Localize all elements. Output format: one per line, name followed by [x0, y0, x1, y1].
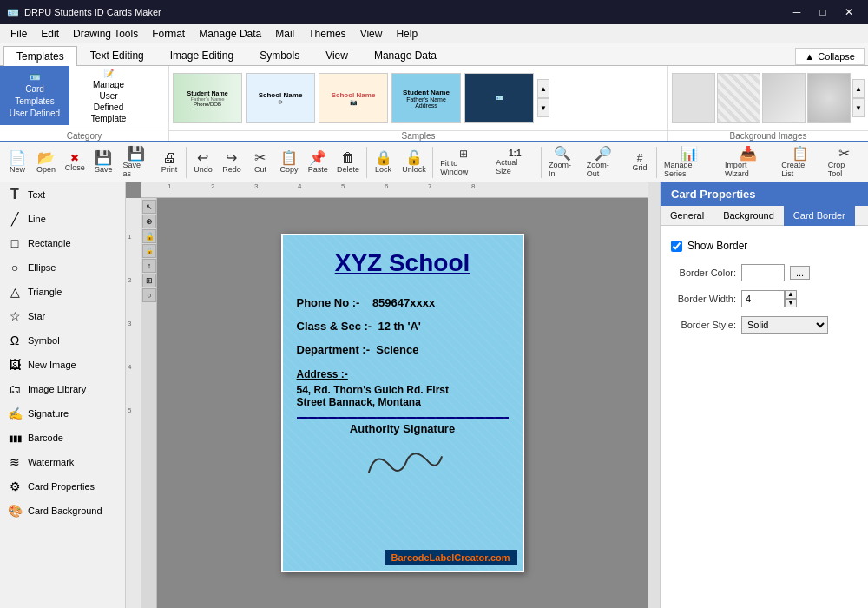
border-width-down[interactable]: ▼ [785, 299, 797, 307]
left-item-new-image[interactable]: 🖼 New Image [0, 353, 125, 377]
cv-tool-7[interactable]: ○ [142, 288, 156, 302]
left-item-line[interactable]: ╱ Line [0, 207, 125, 231]
border-color-browse[interactable]: ... [790, 266, 810, 280]
lock-button[interactable]: 🔒Lock [370, 145, 398, 180]
menu-file[interactable]: File [3, 26, 34, 42]
tab-manage-data[interactable]: Manage Data [361, 45, 450, 65]
bg-thumb-2[interactable] [717, 73, 760, 123]
menu-view[interactable]: View [353, 26, 390, 42]
tab-view[interactable]: View [312, 45, 361, 65]
menu-help[interactable]: Help [389, 26, 424, 42]
close-button[interactable]: ✕ [837, 3, 861, 21]
symbol-icon: Ω [7, 333, 23, 348]
open-button[interactable]: 📂Open [32, 145, 60, 180]
tab-symbols[interactable]: Symbols [247, 45, 312, 65]
create-list-button[interactable]: 📋Create List [777, 145, 822, 180]
text-label: Text [28, 189, 45, 200]
menu-themes[interactable]: Themes [301, 26, 352, 42]
card-templates-button[interactable]: 🪪 Card TemplatesUser Defined [0, 66, 69, 125]
left-item-card-properties[interactable]: ⚙ Card Properties [0, 474, 125, 499]
new-image-icon: 🖼 [7, 357, 23, 373]
cv-tool-5[interactable]: ↕ [142, 259, 156, 273]
collapse-button[interactable]: ▲ Collapse [795, 48, 865, 65]
grid-button[interactable]: #Grid [626, 145, 654, 180]
show-border-checkbox[interactable] [671, 241, 682, 252]
tab-general[interactable]: General [661, 206, 713, 225]
close-doc-button[interactable]: ✖Close [61, 145, 89, 180]
new-image-label: New Image [28, 360, 76, 370]
sample-thumb-1[interactable]: Student Name Father's Name Phone/DOB [173, 73, 242, 123]
border-style-select[interactable]: Solid Dashed Dotted Double [741, 316, 828, 334]
cv-tool-zoom[interactable]: ⊕ [142, 215, 156, 228]
left-item-triangle[interactable]: △ Triangle [0, 280, 125, 304]
bg-thumb-1[interactable] [672, 73, 715, 123]
bg-scroll-up[interactable]: ▲ [852, 79, 865, 98]
left-item-card-background[interactable]: 🎨 Card Background [0, 499, 125, 523]
left-item-watermark[interactable]: ≋ Watermark [0, 450, 125, 474]
redo-button[interactable]: ↪Redo [218, 145, 246, 180]
card-background-icon: 🎨 [7, 503, 23, 519]
import-wizard-button[interactable]: 📥Import Wizard [720, 145, 776, 180]
left-item-text[interactable]: T Text [0, 182, 125, 207]
tab-background[interactable]: Background [713, 206, 784, 225]
print-button[interactable]: 🖨Print [155, 145, 183, 180]
menu-drawing[interactable]: Drawing Tools [66, 26, 145, 42]
border-width-input[interactable] [741, 290, 785, 307]
samples-scroll: ▲ ▼ [537, 79, 549, 117]
left-item-image-library[interactable]: 🗂 Image Library [0, 377, 125, 401]
title-bar: 🪪 DRPU Students ID Cards Maker ─ □ ✕ [0, 0, 868, 24]
save-as-button[interactable]: 💾Save as [118, 145, 155, 180]
fit-window-button[interactable]: ⊞Fit to Window [436, 145, 490, 180]
sample-thumb-5[interactable]: 🪪 [464, 73, 534, 123]
save-button[interactable]: 💾Save [89, 145, 117, 180]
zoom-in-button[interactable]: 🔍Zoom-In [544, 145, 582, 180]
cv-tool-select[interactable]: ↖ [142, 200, 156, 214]
cut-button[interactable]: ✂Cut [247, 145, 274, 180]
menu-edit[interactable]: Edit [34, 26, 66, 42]
manage-series-button[interactable]: 📊Manage Series [660, 145, 720, 180]
bg-scroll-down[interactable]: ▼ [852, 98, 865, 117]
tab-card-border[interactable]: Card Border [784, 206, 855, 226]
cv-tool-6[interactable]: ⊞ [142, 274, 156, 287]
border-width-label: Border Width: [671, 294, 736, 304]
maximize-button[interactable]: □ [811, 3, 835, 21]
left-item-star[interactable]: ☆ Star [0, 304, 125, 328]
paste-button[interactable]: 📌Paste [304, 145, 332, 180]
tab-templates[interactable]: Templates [3, 46, 77, 66]
menu-manage-data[interactable]: Manage Data [192, 26, 268, 42]
left-item-symbol[interactable]: Ω Symbol [0, 328, 125, 353]
copy-button[interactable]: 📋Copy [275, 145, 303, 180]
manage-template-button[interactable]: 📝 ManageUserDefinedTemplate [69, 66, 148, 125]
menu-mail[interactable]: Mail [268, 26, 301, 42]
zoom-out-button[interactable]: 🔎Zoom-Out [582, 145, 625, 180]
panel-content: Show Border Border Color: ... Border Wid… [661, 226, 868, 344]
vertical-scrollbar[interactable] [648, 182, 660, 608]
sample-thumb-2[interactable]: School Name ❄ [246, 73, 315, 123]
left-item-signature[interactable]: ✍ Signature [0, 401, 125, 426]
app-title: 🪪 DRPU Students ID Cards Maker [7, 7, 161, 18]
samples-scroll-up[interactable]: ▲ [537, 79, 549, 98]
cv-tool-lock2[interactable]: 🔓 [142, 244, 156, 258]
cv-tool-lock[interactable]: 🔒 [142, 229, 156, 243]
bg-thumb-3[interactable] [762, 73, 806, 123]
left-item-barcode[interactable]: ▮▮▮ Barcode [0, 426, 125, 450]
bg-thumb-4[interactable] [807, 73, 851, 123]
border-width-up[interactable]: ▲ [785, 290, 797, 299]
minimize-button[interactable]: ─ [785, 3, 809, 21]
samples-scroll-down[interactable]: ▼ [537, 98, 549, 117]
delete-button[interactable]: 🗑Delete [332, 145, 363, 180]
new-button[interactable]: 📄New [3, 145, 31, 180]
actual-size-button[interactable]: 1:1Actual Size [491, 145, 538, 180]
tab-text-editing[interactable]: Text Editing [77, 45, 157, 65]
sample-thumb-4[interactable]: Student Name Father's Name Address [391, 73, 461, 123]
border-color-swatch[interactable] [741, 264, 785, 281]
menu-format[interactable]: Format [145, 26, 192, 42]
crop-tool-button[interactable]: ✂Crop Tool [824, 145, 865, 180]
card-address-label: Address :- [297, 368, 509, 380]
left-item-rectangle[interactable]: □ Rectangle [0, 231, 125, 255]
tab-image-editing[interactable]: Image Editing [157, 45, 247, 65]
undo-button[interactable]: ↩Undo [189, 145, 217, 180]
unlock-button[interactable]: 🔓Unlock [398, 145, 431, 180]
sample-thumb-3[interactable]: School Name 📷 [319, 73, 388, 123]
left-item-ellipse[interactable]: ○ Ellipse [0, 255, 125, 280]
